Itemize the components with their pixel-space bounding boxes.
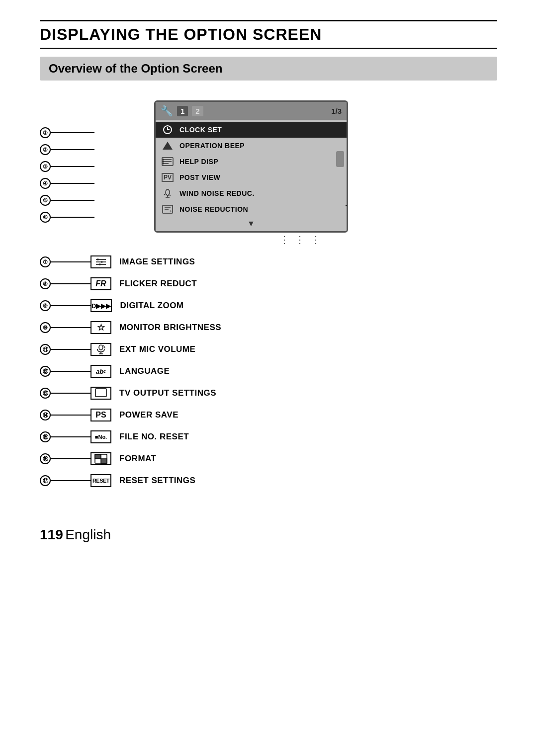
callout-8: ⑧ [40,278,51,289]
screen-header: 🔧 1 2 1/3 [156,102,347,120]
line-12 [51,371,90,372]
dots-continuation: ⋮ ⋮ ⋮ [40,234,497,246]
callout-12: ⑫ [40,366,51,377]
line-16 [51,458,90,459]
power-save-icon: PS [90,409,111,421]
line-15 [51,436,90,437]
svg-point-7 [163,159,164,160]
monitor-brightness-label: MONITOR BRIGHTNESS [119,323,221,333]
item-row-11: ⑪ EXT MIC VOLUME [40,343,497,356]
item-row-8: ⑧ FR FLICKER REDUCT [40,277,497,290]
noise-reduction-icon: + [161,204,175,215]
tab-1: 1 [177,106,188,116]
line-10 [51,327,90,328]
callout-row-5: ⑤ [40,192,94,209]
post-view-icon: PV [161,172,175,183]
screen-item-clock-set[interactable]: CLOCK SET [156,122,347,138]
item-row-16: ⑯ FORMAT [40,452,497,465]
page-footer: 119 English [40,527,497,543]
callout-16: ⑯ [40,453,51,464]
line-11 [51,349,90,350]
item-row-13: ⑬ TV OUTPUT SETTINGS [40,387,497,400]
tv-output-icon [90,387,111,400]
svg-point-23 [99,345,103,350]
scroll-down: ▼ [156,217,347,229]
svg-point-8 [163,161,164,162]
screen-item-post-view[interactable]: PV POST VIEW [156,169,347,185]
language-label: LANGUAGE [119,366,170,376]
callout-9: ⑨ [40,300,51,311]
wind-noise-label: WIND NOISE REDUC. [179,189,255,197]
screen-item-noise-reduction[interactable]: + NOISE REDUCTION [156,201,347,217]
line-17 [51,480,90,481]
callout-line-1 [51,132,94,133]
flicker-reduct-label: FLICKER REDUCT [119,279,197,289]
item-row-9: ⑨ D▶▶▶ DIGITAL ZOOM [40,299,497,312]
page-lang: English [65,527,111,542]
item-row-14: ⑭ PS POWER SAVE [40,409,497,421]
callout-row-3: ③ [40,158,94,175]
callout-2: ② [40,144,51,155]
callout-18-line [346,205,348,206]
svg-rect-26 [95,389,106,397]
image-settings-label: IMAGE SETTINGS [119,257,195,267]
bottom-items: ⑦ IMAGE SETTINGS ⑧ [40,255,497,487]
screen-item-help-disp[interactable]: HELP DISP [156,154,347,169]
scroll-arrow-down: ▼ [247,219,255,228]
left-callouts: ① ② ③ ④ ⑤ [40,100,94,233]
page-container: DISPLAYING THE OPTION SCREEN Overview of… [0,0,537,573]
callout-line-5 [51,200,94,201]
svg-rect-28 [95,454,101,459]
tv-output-label: TV OUTPUT SETTINGS [119,388,216,398]
callout-11: ⑪ [40,344,51,355]
screen-section: ① ② ③ ④ ⑤ [40,100,497,233]
ext-mic-volume-label: EXT MIC VOLUME [119,344,195,354]
callout-1: ① [40,127,51,138]
callout-line-2 [51,149,94,150]
monitor-brightness-icon: ☆ [90,321,111,334]
language-icon: abc [90,365,111,378]
callout-row-2: ② [40,141,94,158]
callout-17: ⑰ [40,475,51,486]
line-9 [51,305,90,306]
noise-reduction-label: NOISE REDUCTION [179,205,248,213]
scrollbar-thumb[interactable] [336,151,344,167]
callout-line-4 [51,183,94,184]
camera-screen: 🔧 1 2 1/3 [154,100,348,233]
digital-zoom-icon: D▶▶▶ [90,299,112,312]
item-row-7: ⑦ IMAGE SETTINGS [40,255,497,268]
callout-row-1: ① [40,124,94,141]
page-number: 119 [40,527,63,542]
item-row-15: ⑮ ■No. FILE NO. RESET [40,430,497,443]
post-view-label: POST VIEW [179,173,220,181]
ext-mic-icon [90,343,111,356]
line-14 [51,415,90,416]
file-no-reset-label: FILE NO. RESET [119,432,189,442]
diagram-wrapper: ① ② ③ ④ ⑤ [40,100,497,487]
callout-13: ⑬ [40,388,51,399]
svg-rect-29 [101,459,107,463]
screen-item-wind-noise[interactable]: WIND NOISE REDUC. [156,185,347,201]
item-row-12: ⑫ abc LANGUAGE [40,365,497,378]
callout-row-4: ④ [40,175,94,192]
line-7 [51,261,90,262]
callout-5: ⑤ [40,195,51,206]
help-disp-label: HELP DISP [179,158,218,166]
right-callout-area: ⑱ [346,200,348,211]
callout-3: ③ [40,161,51,172]
image-settings-icon [90,255,111,268]
callout-6: ⑥ [40,212,51,223]
callout-7: ⑦ [40,256,51,267]
item-row-10: ⑩ ☆ MONITOR BRIGHTNESS [40,321,497,334]
callout-10: ⑩ [40,322,51,333]
flicker-reduct-icon: FR [90,277,111,290]
main-heading: DISPLAYING THE OPTION SCREEN [40,25,497,44]
callout-line-6 [51,217,94,218]
wind-noise-icon [161,188,175,199]
screen-item-operation-beep[interactable]: OPERATION BEEP [156,138,347,154]
callout-4: ④ [40,178,51,189]
clock-set-label: CLOCK SET [179,126,222,134]
line-8 [51,283,90,284]
callout-line-3 [51,166,94,167]
wrench-icon: 🔧 [161,105,173,117]
